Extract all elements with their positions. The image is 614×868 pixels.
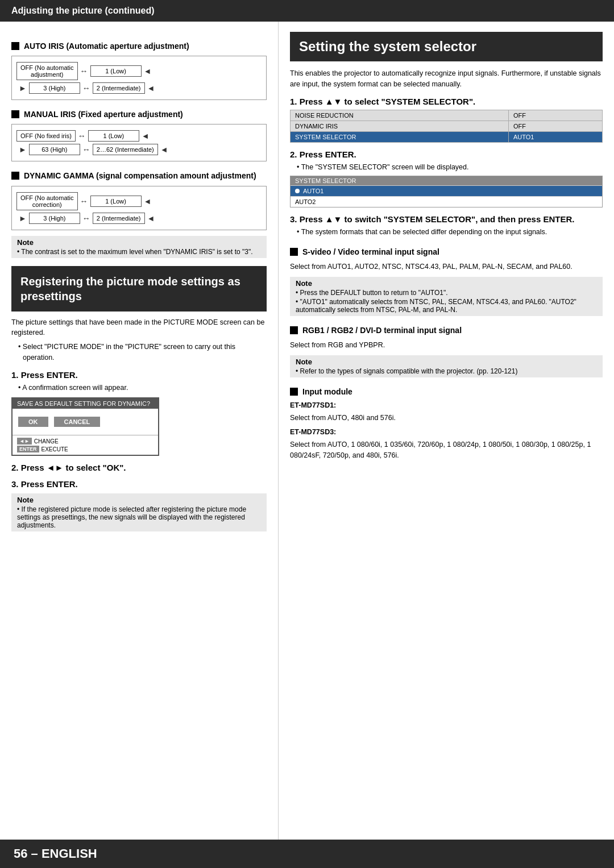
dynamic-gamma-diagram: OFF (No automaticcorrection) ↔ 1 (Low) ◄… <box>11 186 267 230</box>
step2-heading: 2. Press ◄► to select "OK". <box>11 463 267 472</box>
selector-auto1-label: AUTO1 <box>303 188 323 194</box>
dialog-box: SAVE AS DEFAULT SETTING FOR DYNAMIC? OK … <box>11 397 159 456</box>
rgb-body: Select from RGB and YPBPR. <box>290 340 603 351</box>
arrow-1: ↔ <box>80 67 88 76</box>
black-square-input <box>290 388 298 396</box>
note-title-3: Note <box>296 279 312 288</box>
note-text-4: • Refer to the types of signals compatib… <box>296 367 597 375</box>
manual-off: OFF (No fixed iris) <box>16 130 76 142</box>
note-box-2: Note • If the registered picture mode is… <box>11 493 267 531</box>
auto-iris-title: AUTO IRIS (Automatic aperture adjustment… <box>24 41 189 51</box>
step1-heading: 1. Press ENTER. <box>11 370 267 380</box>
black-square-icon-3 <box>11 172 19 180</box>
note-text-2: • If the registered picture mode is sele… <box>17 505 261 529</box>
svideo-title: S-video / Video terminal input signal <box>302 247 439 257</box>
diag-1-low: 1 (Low) <box>90 65 142 77</box>
note-text-3b: • "AUTO1" automatically selects from NTS… <box>296 298 597 314</box>
note-title-1: Note <box>17 238 34 247</box>
gamma-arrow-3: ► <box>19 214 27 223</box>
selector-item-auto1: AUTO1 <box>291 185 602 196</box>
note-text-1: • The contrast is set to the maximum lev… <box>17 248 261 256</box>
rgb-title: RGB1 / RGB2 / DVI-D terminal input signa… <box>302 325 462 335</box>
dialog-buttons: OK CANCEL <box>18 417 152 427</box>
page-footer: 56 – ENGLISH <box>0 840 614 868</box>
right-step3-bullet: The system formats that can be selected … <box>297 227 603 238</box>
dialog-title: SAVE AS DEFAULT SETTING FOR DYNAMIC? <box>13 398 158 409</box>
footer-item-1: ◄► CHANGE <box>17 438 154 445</box>
table-row-noise: NOISE REDUCTION OFF <box>291 110 603 121</box>
arrow-5: ◄ <box>147 84 155 93</box>
dialog-ok-btn[interactable]: OK <box>18 417 48 427</box>
manual-arrow-3: ► <box>19 145 27 154</box>
table-cell-system-val: AUTO1 <box>508 131 602 142</box>
arrow-2: ◄ <box>144 67 152 76</box>
black-square-rgb <box>290 326 298 334</box>
black-square-svideo <box>290 248 298 256</box>
section-rgb: RGB1 / RGB2 / DVI-D terminal input signa… <box>290 325 603 335</box>
footer-text: 56 – ENGLISH <box>14 846 97 861</box>
manual-row-1: OFF (No fixed iris) ↔ 1 (Low) ◄ <box>16 130 262 142</box>
input-module-title: Input module <box>302 387 352 397</box>
right-step2-heading: 2. Press ENTER. <box>290 149 603 159</box>
note-text-3a: • Press the DEFAULT button to return to … <box>296 289 597 297</box>
table-cell-noise-label: NOISE REDUCTION <box>291 110 509 121</box>
section-input-module: Input module <box>290 387 603 397</box>
main-content: AUTO IRIS (Automatic aperture adjustment… <box>0 22 614 840</box>
header-title: Adjusting the picture (continued) <box>11 6 155 15</box>
gamma-2-intermediate: 2 (Intermediate) <box>93 213 145 224</box>
section-svideo: S-video / Video terminal input signal <box>290 247 603 257</box>
selector-display-box: SYSTEM SELECTOR AUTO1 AUTO2 <box>290 176 603 207</box>
footer-key-1: ◄► <box>17 438 32 445</box>
registering-bullet1: Select "PICTURE MODE" in the "PICTURE" s… <box>18 342 267 363</box>
footer-item-2: ENTER EXECUTE <box>17 446 154 452</box>
right-step1-heading: 1. Press ▲▼ to select "SYSTEM SELECTOR". <box>290 97 603 106</box>
dialog-cancel-btn[interactable]: CANCEL <box>54 417 101 427</box>
manual-arrow-2: ◄ <box>142 131 150 140</box>
table-cell-dynamic-val: OFF <box>508 121 602 131</box>
manual-1-low: 1 (Low) <box>88 130 139 142</box>
arrow-4: ↔ <box>82 84 90 93</box>
footer-text-1: CHANGE <box>34 438 59 445</box>
footer-text-2: EXECUTE <box>42 446 68 452</box>
bullet-circle-white <box>295 189 300 193</box>
note-box-1: Note • The contrast is set to the maximu… <box>11 236 267 258</box>
footer-key-2: ENTER <box>17 446 39 452</box>
large-section-title: Registering the picture mode settings as… <box>20 274 258 304</box>
header-bar: Adjusting the picture (continued) <box>0 0 614 22</box>
black-square-icon <box>11 42 19 50</box>
system-selector-table: NOISE REDUCTION OFF DYNAMIC IRIS OFF SYS… <box>290 110 603 143</box>
right-title-box: Setting the system selector <box>290 32 603 61</box>
right-step3-heading: 3. Press ▲▼ to switch "SYSTEM SELECTOR",… <box>290 214 603 224</box>
diagram-row-1: OFF (No automaticadjustment) ↔ 1 (Low) ◄ <box>16 62 262 80</box>
black-square-icon-2 <box>11 110 19 118</box>
et-md77sd3-label: ET-MD77SD3: <box>290 428 603 436</box>
right-column: Setting the system selector This enables… <box>279 22 614 840</box>
dynamic-gamma-title: DYNAMIC GAMMA (signal compensation amoun… <box>24 171 256 181</box>
arrow-3: ► <box>19 84 27 93</box>
gamma-off: OFF (No automaticcorrection) <box>16 192 78 210</box>
diag-2-intermediate: 2 (Intermediate) <box>93 82 145 94</box>
note-box-3: Note • Press the DEFAULT button to retur… <box>290 277 603 316</box>
manual-arrow-5: ◄ <box>160 145 168 154</box>
table-cell-noise-val: OFF <box>508 110 602 121</box>
note-box-4: Note • Refer to the types of signals com… <box>290 355 603 377</box>
section-dynamic-gamma: DYNAMIC GAMMA (signal compensation amoun… <box>11 171 267 181</box>
selector-title: SYSTEM SELECTOR <box>291 176 602 185</box>
step1-bullet: A confirmation screen will appear. <box>18 383 267 393</box>
page: Adjusting the picture (continued) AUTO I… <box>0 0 614 868</box>
table-cell-system-label: SYSTEM SELECTOR <box>291 131 509 142</box>
right-step2-bullet: The "SYSTEM SELECTOR" screen will be dis… <box>297 162 603 173</box>
gamma-arrow-5: ◄ <box>147 214 155 223</box>
large-section-registering: Registering the picture mode settings as… <box>11 266 267 312</box>
manual-2-62: 2…62 (Intermediate) <box>93 144 158 155</box>
selector-item-auto2: AUTO2 <box>291 196 602 207</box>
manual-iris-title: MANUAL IRIS (Fixed aperture adjustment) <box>24 109 183 119</box>
et-md77sd1-text: Select from AUTO, 480i and 576i. <box>290 413 603 423</box>
right-title: Setting the system selector <box>299 39 594 55</box>
section-auto-iris: AUTO IRIS (Automatic aperture adjustment… <box>11 41 267 51</box>
gamma-arrow-4: ↔ <box>82 214 90 223</box>
diagram-row-2: ► 3 (High) ↔ 2 (Intermediate) ◄ <box>16 82 262 94</box>
diag-off-no-auto: OFF (No automaticadjustment) <box>16 62 78 80</box>
table-row-system: SYSTEM SELECTOR AUTO1 <box>291 131 603 142</box>
auto-iris-diagram: OFF (No automaticadjustment) ↔ 1 (Low) ◄… <box>11 56 267 100</box>
